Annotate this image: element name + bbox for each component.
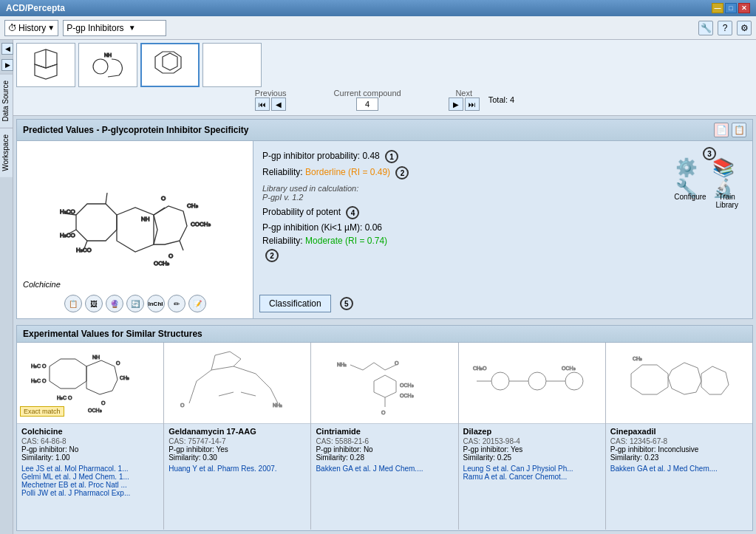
results-row: P-gp inhibitor probability: 0.48 1 Relia…	[253, 141, 752, 274]
svg-text:H₃C O: H₃C O	[31, 378, 47, 383]
exp-sim-0: Similarity: 1.00	[21, 453, 159, 462]
circle-4: 4	[346, 206, 359, 219]
exp-cas-0: CAS: 64-86-8	[21, 437, 159, 445]
copy-mol-button[interactable]: 📋	[64, 295, 82, 312]
svg-point-49	[491, 372, 509, 390]
svg-marker-58	[701, 366, 729, 394]
exp-refs-3: Leung S et al. Can J Physiol Ph... Ramu …	[463, 465, 601, 481]
potent-ki-line: P-gp inhibition (Ki<1 µM): 0.06	[262, 222, 655, 233]
reliability-line: Reliability: Borderline (RI = 0.49) 2	[262, 166, 655, 179]
close-button[interactable]: ✕	[738, 3, 750, 13]
configure-icon[interactable]: ⚙️🔧	[675, 163, 705, 193]
open-3d-button[interactable]: 🔮	[106, 295, 123, 312]
history-dropdown[interactable]: ⏱ History ▼	[4, 20, 58, 36]
compound-thumb-4[interactable]	[202, 43, 262, 87]
exp-info-1: Geldanamycin 17-AAG CAS: 75747-14-7 P-gp…	[164, 424, 310, 530]
exp-pgp-1: P-gp inhibitor: Yes	[168, 445, 306, 453]
predicted-panel: Predicted Values - P-glycoprotein Inhibi…	[16, 119, 753, 319]
nav-first-button[interactable]: ⏮	[255, 97, 270, 111]
nav-last-button[interactable]: ⏭	[465, 97, 480, 111]
total-label: Total: 4	[488, 95, 514, 104]
main-area: ◀ ▶ Data Source Workspace	[0, 40, 756, 534]
nav-next-button[interactable]: ▶	[449, 97, 463, 111]
compound-thumb-1[interactable]	[16, 43, 75, 87]
configure-train-area: 3 ⚙️🔧 Configure 📚🔬 Train	[664, 141, 752, 274]
refresh-button[interactable]: 🔄	[126, 295, 144, 312]
svg-point-53	[565, 372, 583, 390]
history-label: History	[18, 23, 46, 33]
svg-marker-43	[374, 375, 396, 397]
exp-cas-2: CAS: 5588-21-6	[316, 437, 453, 445]
exp-sim-1: Similarity: 0.30	[168, 453, 306, 462]
exp-mol-svg-2: NH₂ O OCH₃ OCH₃ O	[322, 344, 448, 422]
panel-content: H₃CO H₃CO H₃CO O CH₃ NH COCH₃ O OCH₃	[17, 141, 752, 318]
exp-name-4: Cinepaxadil	[610, 427, 748, 436]
annotate-button[interactable]: 📝	[188, 295, 206, 312]
title-bar: ACD/Percepta — □ ✕	[0, 0, 756, 16]
edit-button[interactable]: ✏	[168, 295, 185, 312]
export-icon[interactable]: 📋	[732, 123, 746, 137]
svg-line-33	[219, 392, 234, 396]
predicted-panel-title: Predicted Values - P-glycoprotein Inhibi…	[23, 125, 248, 135]
content-area: NH	[13, 40, 756, 534]
help-icon[interactable]: ?	[718, 21, 732, 35]
classification-button[interactable]: Classification	[259, 295, 331, 312]
svg-text:NH: NH	[104, 52, 112, 58]
panel-header-icons: 📄 📋	[714, 123, 746, 137]
compound-thumb-2[interactable]: NH	[78, 43, 137, 87]
exp-cas-3: CAS: 20153-98-4	[463, 437, 601, 445]
molecule-tools: 📋 🖼 🔮 🔄 InChI ✏ 📝	[64, 295, 206, 312]
predicted-panel-header: Predicted Values - P-glycoprotein Inhibi…	[17, 120, 752, 141]
side-expand-right[interactable]: ▶	[1, 59, 13, 71]
maximize-button[interactable]: □	[725, 3, 737, 13]
exact-match-badge: Exact match	[20, 406, 64, 417]
svg-text:OCH₃: OCH₃	[400, 383, 414, 388]
svg-marker-56	[631, 365, 668, 394]
inhibitor-probability: P-gp inhibitor probability: 0.48 1	[262, 150, 655, 163]
next-label: Next	[455, 89, 472, 97]
exp-compound-3: CH₃O OCH₃ Dilazep CAS: 20153-98-4 P-gp i…	[459, 343, 606, 530]
compound-thumb-3[interactable]	[140, 43, 200, 87]
exp-compound-1: O NH₂ Geldanamycin 17-AAG CAS: 75747-14-…	[164, 343, 311, 530]
train-icon[interactable]: 📚🔬	[712, 163, 742, 193]
svg-text:O: O	[101, 400, 106, 405]
exp-refs-0: Lee JS et al. Mol Pharmacol. 1... Gelmi …	[21, 465, 159, 497]
copy-img-button[interactable]: 🖼	[85, 295, 103, 312]
sidebar-item-data-source[interactable]: Data Source	[0, 74, 13, 128]
tools-icon[interactable]: 🔧	[698, 21, 713, 35]
exp-mol-svg-4: CH₃	[616, 344, 742, 422]
compound-thumbnails: NH	[16, 43, 753, 87]
settings-icon[interactable]: ⚙	[737, 21, 752, 35]
svg-text:CH₃: CH₃	[633, 356, 642, 361]
exp-thumb-1: O NH₂	[164, 343, 310, 424]
nav-prev-button[interactable]: ◀	[271, 97, 286, 111]
exp-name-3: Dilazep	[463, 427, 601, 436]
svg-text:NH: NH	[141, 216, 150, 222]
prev-label: Previous	[255, 89, 287, 97]
toolbar-right: 🔧 ? ⚙	[698, 21, 752, 35]
train-label: Train Library	[715, 193, 738, 209]
svg-text:COCH₃: COCH₃	[191, 221, 211, 227]
exp-compound-0: H₃C O H₃C O H₃C O NH O CH₃ O OCH₃ Exact	[17, 343, 164, 530]
svg-text:OCH₃: OCH₃	[562, 366, 576, 371]
svg-text:O: O	[168, 253, 173, 259]
exp-mol-svg-1: O NH₂	[174, 344, 300, 422]
svg-line-38	[350, 365, 363, 370]
svg-text:O: O	[161, 195, 166, 202]
reliability-borderline-value: Borderline (RI = 0.49)	[305, 167, 390, 177]
minimize-button[interactable]: —	[712, 3, 723, 13]
svg-text:OCH₃: OCH₃	[88, 408, 102, 413]
train-item: 📚🔬 Train Library	[712, 163, 742, 209]
svg-text:O: O	[395, 360, 399, 366]
current-compound-input[interactable]	[356, 97, 378, 111]
exp-name-0: Colchicine	[21, 427, 159, 436]
side-expand-left[interactable]: ◀	[1, 43, 13, 55]
exp-panel-header: Experimental Values for Similar Structur…	[17, 326, 752, 343]
exp-cas-1: CAS: 75747-14-7	[168, 437, 306, 445]
svg-text:CH₃: CH₃	[120, 375, 129, 380]
svg-line-23	[180, 241, 183, 250]
pdf-icon[interactable]: 📄	[714, 123, 729, 137]
inchi-button[interactable]: InChI	[147, 295, 165, 312]
sidebar-item-workspace[interactable]: Workspace	[0, 128, 13, 177]
library-dropdown[interactable]: P-gp Inhibitors ▼	[63, 20, 166, 36]
